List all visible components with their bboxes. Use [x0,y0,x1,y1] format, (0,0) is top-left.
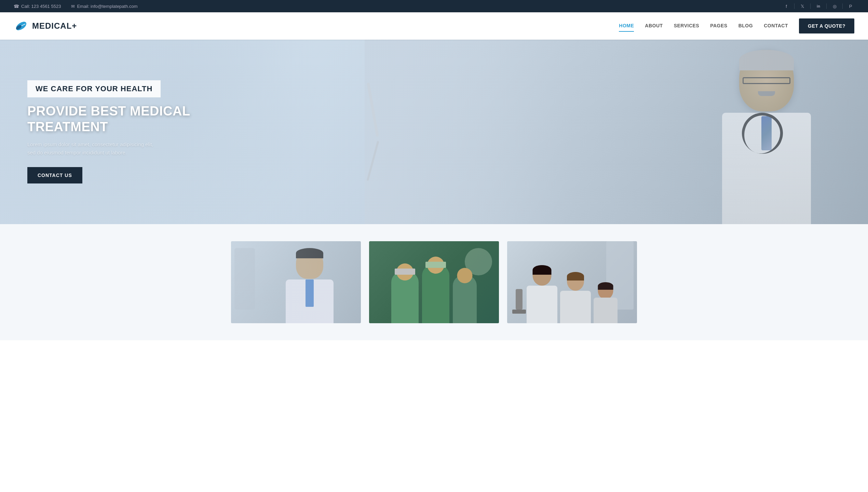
lab-p2-coat [560,291,591,323]
hero-desc-line1: Lorem ipsum dolor sit amet, consectetur … [27,141,153,147]
email-label: Email: info@templatepath.com [77,4,137,9]
instagram-link[interactable]: ◎ [831,2,838,10]
pinterest-link[interactable]: P [847,2,854,10]
microscope-base [512,310,526,314]
lab-person-3 [594,282,618,323]
card-bg-overlay [231,241,361,323]
lab-p1-head [533,265,552,286]
lab-person-2 [560,272,591,323]
linkedin-link[interactable]: in [815,2,822,10]
separator [826,3,827,9]
nav-home[interactable]: HOME [619,20,634,32]
nav-contact[interactable]: CONTACT [764,20,788,32]
surgeon-2-mask [425,262,446,268]
card-surgeons [369,265,499,323]
logo-icon [14,18,29,33]
card-2-image [369,241,499,323]
lab-p2-head [567,272,584,291]
card-1-image [231,241,361,323]
get-quote-button[interactable]: GET A QUOTE? [799,18,854,33]
card-lab-people [507,265,637,323]
hero-content: WE CARE FOR YOUR HEALTH PROVIDE BEST MED… [0,80,205,183]
top-bar-contact: ☎ Call: 123 4561 5523 ✉ Email: info@temp… [14,4,138,9]
hero-section: WE CARE FOR YOUR HEALTH PROVIDE BEST MED… [0,40,868,224]
hero-desc-line2: sed do eiusmod tempor incididunt ut labo… [27,150,127,155]
lab-p3-head [598,282,613,299]
lab-p3-coat [594,298,618,323]
hero-description: Lorem ipsum dolor sit amet, consectetur … [27,140,205,157]
card-surgery [369,241,499,323]
nav-services[interactable]: SERVICES [674,20,700,32]
phone-icon: ☎ [14,4,19,9]
nav-about[interactable]: ABOUT [645,20,663,32]
surgeon-1-mask [395,269,415,275]
microscope-body [516,289,523,310]
lab-p2-hair [567,272,584,281]
logo-text: MEDICAL+ [32,21,77,31]
separator [810,3,811,9]
logo-svg [14,18,29,33]
phone-info: ☎ Call: 123 4561 5523 [14,4,61,9]
surgeon-2 [422,265,449,323]
surgeon-1 [391,272,419,323]
twitter-link[interactable]: 𝕏 [799,2,806,10]
microscope [512,289,526,316]
lab-p3-hair [598,282,613,290]
card-laboratory [507,241,637,323]
surgeon-3 [453,275,477,323]
email-info: ✉ Email: info@templatepath.com [71,4,137,9]
logo[interactable]: MEDICAL+ [14,18,77,33]
email-icon: ✉ [71,4,75,9]
card-clinic-doctor [231,241,361,323]
lab-p1-coat [527,286,557,323]
lab-p1-hair [533,265,552,275]
nav-links: HOME ABOUT SERVICES PAGES BLOG CONTACT G… [619,18,854,33]
facebook-link[interactable]: f [783,2,790,10]
hero-title: PROVIDE BEST MEDICAL TREATMENT [27,104,205,135]
card-3-image [507,241,637,323]
contact-us-button[interactable]: CONTACT US [27,167,82,183]
phone-label: Call: 123 4561 5523 [21,4,61,9]
separator [794,3,795,9]
separator [842,3,843,9]
lab-person-1 [527,265,557,323]
nav-pages[interactable]: PAGES [710,20,727,32]
cards-section [0,224,868,340]
social-links: f 𝕏 in ◎ P [783,2,854,10]
surgeon-3-head [457,268,473,283]
top-bar: ☎ Call: 123 4561 5523 ✉ Email: info@temp… [0,0,868,12]
navbar: MEDICAL+ HOME ABOUT SERVICES PAGES BLOG … [0,12,868,40]
hero-badge: WE CARE FOR YOUR HEALTH [27,80,161,97]
nav-blog[interactable]: BLOG [738,20,753,32]
